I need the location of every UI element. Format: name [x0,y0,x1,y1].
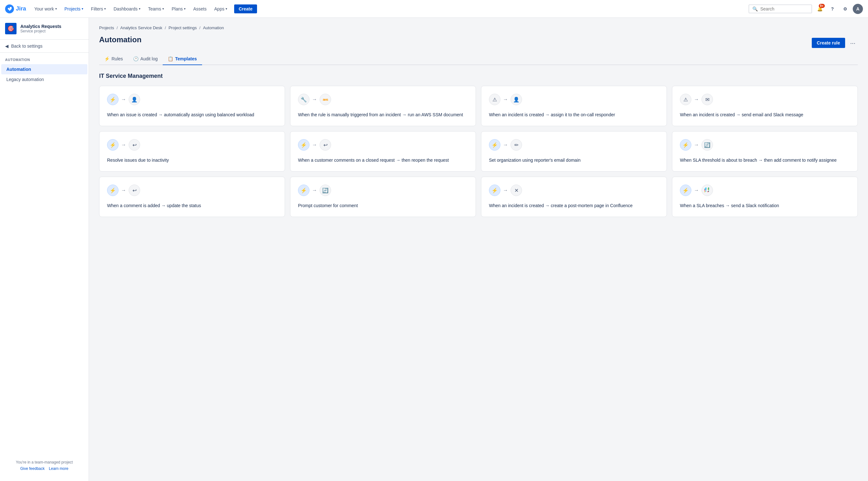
tab-templates[interactable]: 📋 Templates [163,53,202,65]
card-icon-action: ✉ [702,94,713,105]
tab-audit-log[interactable]: 🕐 Audit log [128,53,163,65]
nav-your-work-label: Your work [34,6,54,11]
template-card-3[interactable]: ⚠ → ✉ When an incident is created → send… [672,86,858,126]
search-input[interactable] [760,6,808,11]
sidebar-item-automation[interactable]: Automation [1,64,87,74]
tab-rules[interactable]: ⚡ Rules [99,53,128,65]
automation-label: Automation [6,67,31,72]
card-text: When an issue is created → automatically… [107,111,277,118]
template-card-6[interactable]: ⚡ → ✏ Set organization using reporter's … [481,131,667,171]
template-card-10[interactable]: ⚡ → ✕ When an incident is created → crea… [481,177,667,217]
rules-icon: ⚡ [104,56,110,61]
nav-dashboards-label: Dashboards [114,6,137,11]
card-text: Prompt customer for comment [298,202,468,209]
create-button[interactable]: Create [234,4,257,13]
breadcrumb-project-settings[interactable]: Project settings [168,25,197,30]
svg-rect-0 [705,187,706,190]
card-icon-row: ⚡ → ↩ [298,139,468,151]
card-icon-action: ↩ [320,139,331,151]
nav-filters-label: Filters [91,6,103,11]
header-actions: Create rule ··· [812,38,858,48]
chevron-down-icon: ▾ [55,7,57,10]
breadcrumb-sep-1: / [117,25,118,30]
template-card-11[interactable]: ⚡ → When a SLA breaches → send a Slack n… [672,177,858,217]
arrow-icon: → [694,187,699,193]
template-card-2[interactable]: ⚠ → 👤 When an incident is created → assi… [481,86,667,126]
nav-your-work[interactable]: Your work ▾ [31,4,60,13]
arrow-icon: → [694,97,699,102]
clock-icon: 🕐 [133,56,138,61]
jira-logo-icon [5,4,14,13]
template-card-7[interactable]: ⚡ → 🔄 When SLA threshold is about to bre… [672,131,858,171]
card-icon-trigger: ⚡ [680,139,691,151]
svg-rect-7 [704,191,705,192]
jira-logo-text: Jira [16,5,26,12]
more-options-button[interactable]: ··· [848,38,858,48]
search-box[interactable]: 🔍 [748,4,812,13]
card-icon-row: ⚡ → ↩ [107,185,277,196]
card-text: When an incident is created → assign it … [489,111,659,118]
arrow-icon: → [121,97,126,102]
nav-teams-label: Teams [148,6,161,11]
settings-button[interactable]: ⚙ [840,4,850,14]
nav-filters[interactable]: Filters ▾ [88,4,109,13]
card-icon-action: ✕ [510,185,522,196]
template-card-9[interactable]: ⚡ → 🔄 Prompt customer for comment [290,177,476,217]
chevron-down-icon: ▾ [184,7,186,10]
svg-rect-5 [708,188,709,189]
tab-rules-label: Rules [112,56,123,61]
help-icon: ? [831,6,834,11]
card-text: When an incident is created → create a p… [489,202,659,209]
more-dots-icon: ··· [850,39,856,47]
help-button[interactable]: ? [827,4,837,14]
back-to-settings-button[interactable]: ◀ Back to settings [0,40,89,53]
card-icon-row: ⚡ → [680,185,850,196]
card-text: Set organization using reporter's email … [489,157,659,164]
breadcrumb-projects[interactable]: Projects [99,25,114,30]
card-icon-action: ✏ [510,139,522,151]
card-text: When the rule is manually triggered from… [298,111,468,118]
back-label: Back to settings [11,43,42,49]
chevron-down-icon: ▾ [104,7,106,10]
card-icon-action: 🔄 [702,139,713,151]
project-icon: 🎯 [5,23,17,34]
template-card-1[interactable]: 🔧 → aws When the rule is manually trigge… [290,86,476,126]
card-icon-trigger: 🔧 [298,94,309,105]
card-icon-trigger: ⚠ [489,94,500,105]
sidebar-item-legacy-automation[interactable]: Legacy automation [1,74,87,85]
arrow-icon: → [503,142,508,148]
template-card-grid: ⚡ → 👤 When an issue is created → automat… [99,86,858,217]
nav-apps-label: Apps [214,6,224,11]
nav-assets[interactable]: Assets [190,4,210,13]
notifications-button[interactable]: 🔔 9+ [815,4,825,14]
user-avatar[interactable]: A [853,4,863,14]
nav-plans[interactable]: Plans ▾ [168,4,189,13]
templates-icon: 📋 [168,56,173,61]
template-card-0[interactable]: ⚡ → 👤 When an issue is created → automat… [99,86,285,126]
nav-teams[interactable]: Teams ▾ [145,4,167,13]
back-icon: ◀ [5,43,8,49]
learn-more-link[interactable]: Learn more [49,467,68,471]
arrow-icon: → [121,187,126,193]
svg-rect-8 [704,190,705,191]
section-title: IT Service Management [99,73,858,79]
feedback-link[interactable]: Give feedback [20,467,45,471]
main-nav: Your work ▾ Projects ▾ Filters ▾ Dashboa… [31,4,748,13]
create-rule-button[interactable]: Create rule [812,38,845,48]
template-card-4[interactable]: ⚡ → ↩ Resolve issues due to inactivity [99,131,285,171]
card-icon-trigger: ⚡ [107,139,119,151]
logo[interactable]: Jira [5,4,26,13]
nav-dashboards[interactable]: Dashboards ▾ [110,4,144,13]
card-icon-row: ⚠ → 👤 [489,94,659,105]
card-icon-action: ↩ [129,139,140,151]
sidebar-footer: You're in a team-managed project Give fe… [0,455,89,476]
breadcrumb: Projects / Analytics Service Desk / Proj… [99,25,858,30]
template-card-5[interactable]: ⚡ → ↩ When a customer comments on a clos… [290,131,476,171]
template-card-8[interactable]: ⚡ → ↩ When a comment is added → update t… [99,177,285,217]
nav-projects[interactable]: Projects ▾ [61,4,87,13]
breadcrumb-service-desk[interactable]: Analytics Service Desk [120,25,162,30]
page-header-row: Automation Create rule ··· [99,35,858,51]
nav-apps[interactable]: Apps ▾ [211,4,230,13]
app-layout: 🎯 Analytics Requests Service project ◀ B… [0,18,868,481]
card-icon-row: ⚡ → ✏ [489,139,659,151]
